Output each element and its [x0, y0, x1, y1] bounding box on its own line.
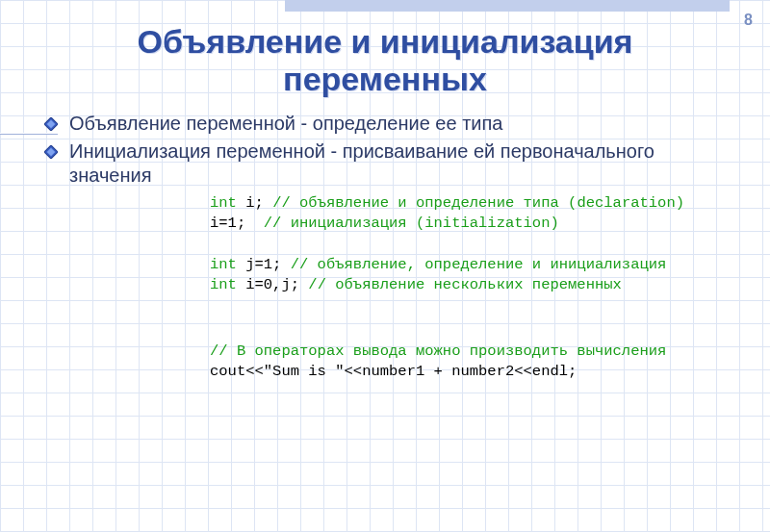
diamond-bullet-icon	[44, 145, 62, 163]
bullet-item: Инициализация переменной - присваивание …	[44, 139, 741, 188]
title-line-1: Объявление и инициализация	[138, 23, 633, 60]
code-comment: // объявление, определение и инициализац…	[291, 256, 667, 273]
code-gap	[210, 234, 749, 255]
code-text: i;	[237, 194, 272, 212]
code-block: int i; // объявление и определение типа …	[210, 193, 749, 382]
code-comment: // объявление и определение типа (declar…	[272, 194, 684, 212]
code-line: cout<<"Sum is "<<number1 + number2<<endl…	[231, 362, 749, 382]
code-keyword: int	[210, 194, 237, 212]
code-line: i=1; // инициализация (initialization)	[231, 214, 749, 234]
bullet-text: Инициализация переменной - присваивание …	[69, 139, 741, 188]
code-line: int i; // объявление и определение типа …	[231, 193, 749, 214]
bullet-text: Объявление переменной - определение ее т…	[69, 112, 502, 136]
code-comment: // В операторах вывода можно производить…	[210, 342, 666, 360]
code-line: // В операторах вывода можно производить…	[231, 342, 749, 362]
slide-title: Объявление и инициализация переменных	[0, 0, 770, 98]
code-text: cout<<"Sum is "<<number1 + number2<<endl…	[210, 363, 577, 380]
title-line-2: переменных	[283, 61, 487, 97]
code-keyword: int	[210, 276, 237, 293]
code-gap	[210, 295, 749, 342]
code-text: i=0,j;	[237, 276, 308, 293]
code-line: int j=1; // объявление, определение и ин…	[231, 255, 749, 275]
diamond-bullet-icon	[44, 117, 62, 135]
code-comment: // инициализация (initialization)	[264, 215, 559, 232]
content-area: Объявление переменной - определение ее т…	[0, 98, 770, 382]
code-text: j=1;	[237, 256, 291, 273]
code-line: int i=0,j; // объявление нескольких пере…	[231, 275, 749, 295]
code-comment: // объявление нескольких переменных	[308, 276, 622, 293]
code-text: i=1;	[210, 215, 264, 232]
code-keyword: int	[210, 256, 237, 273]
bullet-item: Объявление переменной - определение ее т…	[44, 112, 741, 136]
